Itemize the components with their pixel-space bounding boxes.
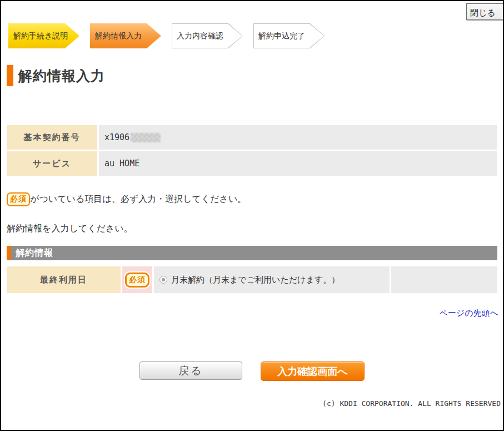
- last-usage-date-row: 最終利用日 必須 月末解約（月末までご利用いただけます。）: [7, 266, 497, 293]
- step-info-input: 解約情報入力: [90, 23, 161, 48]
- copyright-text: (c) KDDI CORPORATION. ALL RIGHTS RESERVE…: [1, 399, 501, 408]
- month-end-radio[interactable]: [159, 276, 167, 284]
- section-header-cancellation-info: 解約情報: [7, 246, 497, 260]
- back-button[interactable]: 戻る: [139, 361, 242, 380]
- required-cell: 必須: [122, 266, 152, 293]
- section-header-text: 解約情報: [16, 247, 53, 259]
- instruction-text: 解約情報を入力してください。: [7, 223, 503, 235]
- last-usage-date-label: 最終利用日: [7, 266, 121, 293]
- step-label: 解約申込完了: [258, 23, 305, 48]
- service-label: サービス: [7, 151, 97, 176]
- service-value: au HOME: [99, 151, 497, 176]
- month-end-radio-label: 月末解約（月末までご利用いただけます。）: [171, 275, 340, 285]
- contract-number-value: x1906: [99, 125, 497, 150]
- required-note-text: がついている項目は、必ず入力・選択してください。: [30, 194, 246, 205]
- close-button[interactable]: 閉じる: [466, 3, 504, 20]
- contract-info-table: 基本契約番号 x1906 サービス au HOME: [7, 125, 497, 176]
- page-top-link-wrap: ページの先頭へ: [1, 308, 498, 319]
- required-badge: 必須: [7, 192, 30, 206]
- step-label: 解約情報入力: [95, 23, 142, 48]
- masked-digits: [131, 133, 161, 142]
- progress-steps: 解約手続き説明 解約情報入力 入力内容確認 解約申込完了: [8, 23, 503, 48]
- step-application-complete: 解約申込完了: [253, 23, 325, 48]
- step-label: 解約手続き説明: [13, 23, 68, 48]
- action-buttons: 戻る 入力確認画面へ: [1, 361, 503, 381]
- required-badge: 必須: [125, 273, 149, 288]
- required-note: 必須 がついている項目は、必ず入力・選択してください。: [7, 192, 503, 206]
- step-input-confirm: 入力内容確認: [172, 23, 243, 48]
- section-accent-bar: [7, 246, 11, 260]
- step-procedure-explanation: 解約手続き説明: [8, 23, 79, 48]
- title-accent-bar: [7, 65, 13, 86]
- empty-cell: [391, 266, 497, 293]
- page-title: 解約情報入力: [7, 65, 503, 86]
- page-title-text: 解約情報入力: [18, 67, 105, 85]
- month-end-option-cell: 月末解約（月末までご利用いただけます。）: [154, 266, 390, 293]
- table-row: 基本契約番号 x1906: [7, 125, 497, 150]
- confirm-button[interactable]: 入力確認画面へ: [261, 361, 365, 381]
- table-row: サービス au HOME: [7, 151, 497, 176]
- page-top-link[interactable]: ページの先頭へ: [440, 308, 498, 318]
- step-label: 入力内容確認: [177, 23, 223, 48]
- cancellation-input-page: 閉じる 解約手続き説明 解約情報入力 入力内容確認 解約申込完了 解約情報入力 …: [0, 0, 504, 431]
- contract-number-label: 基本契約番号: [7, 125, 97, 150]
